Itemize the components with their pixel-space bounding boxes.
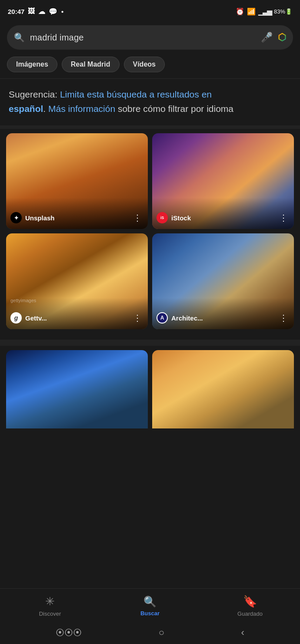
nav-item-discover[interactable]: ✳ Discover	[0, 595, 100, 617]
bottom-nav: ✳ Discover 🔍 Buscar 🔖 Guardado	[0, 588, 300, 621]
photo-icon: 🖼	[28, 7, 35, 15]
tile-overlay-unsplash: ✦ Unsplash ⋮	[6, 198, 148, 229]
lens-icon[interactable]: ⬡	[278, 32, 286, 43]
cloud-icon: ☁	[38, 7, 45, 16]
unsplash-label: Unsplash	[25, 214, 55, 222]
buscar-icon: 🔍	[143, 596, 157, 608]
status-time: 20:47	[8, 8, 24, 15]
discover-label: Discover	[39, 610, 61, 617]
section-divider	[0, 340, 300, 346]
suggestion-link-main[interactable]: Limita esta búsqueda a resultados en	[60, 89, 212, 99]
android-home-button[interactable]: ○	[159, 627, 164, 638]
status-right: ⏰ 📶 ▁▃▅ 83%🔋	[236, 7, 292, 16]
image-tile-istock[interactable]: iS iStock ⋮	[152, 133, 294, 229]
alarm-icon: ⏰	[236, 7, 244, 16]
architec-more-button[interactable]: ⋮	[277, 311, 290, 325]
status-bar: 20:47 🖼 ☁ 💬 ● ⏰ 📶 ▁▃▅ 83%🔋	[0, 0, 300, 21]
guardado-icon: 🔖	[243, 595, 257, 608]
chip-videos[interactable]: Vídeos	[124, 57, 165, 72]
search-icon: 🔍	[14, 32, 25, 43]
architec-badge: A	[157, 312, 168, 324]
android-back-button[interactable]: ‹	[241, 627, 244, 638]
suggestion-link-bold[interactable]: español	[9, 104, 43, 114]
tile-source-getty: g Gettv...	[10, 312, 47, 324]
image-tile-architec[interactable]: A Architec... ⋮	[152, 233, 294, 329]
image-grid-section-2	[0, 350, 300, 428]
tile-source-architec: A Architec...	[157, 312, 203, 324]
image-tile-partial-1[interactable]	[6, 350, 148, 428]
istock-label: iStock	[171, 214, 191, 222]
chip-imagenes[interactable]: Imágenes	[7, 57, 57, 72]
battery-indicator: 83%🔋	[274, 8, 292, 15]
dot-indicator: ●	[61, 9, 63, 14]
nav-item-guardado[interactable]: 🔖 Guardado	[200, 595, 300, 617]
signal-icon: ▁▃▅	[258, 7, 271, 16]
tile-overlay-getty: g Gettv... ⋮	[6, 298, 148, 329]
suggestion-prefix: Sugerencia:	[9, 89, 60, 99]
istock-more-button[interactable]: ⋮	[277, 211, 290, 225]
unsplash-badge: ✦	[10, 212, 22, 223]
search-query[interactable]: madrid image	[30, 33, 256, 43]
getty-label: Gettv...	[25, 314, 47, 322]
discover-icon: ✳	[45, 595, 55, 608]
suggestion-link-more[interactable]: Más información	[48, 104, 115, 114]
mic-icon[interactable]: 🎤	[261, 32, 273, 43]
buscar-label: Buscar	[140, 610, 160, 617]
architec-label: Architec...	[171, 314, 203, 322]
suggestion-suffix: sobre cómo filtrar por idioma	[115, 104, 233, 114]
search-bar[interactable]: 🔍 madrid image 🎤 ⬡	[7, 25, 293, 50]
image-grid-2	[6, 350, 294, 428]
chip-real-madrid[interactable]: Real Madrid	[62, 57, 120, 72]
tile-source-unsplash: ✦ Unsplash	[10, 212, 55, 223]
image-tile-partial-2[interactable]	[152, 350, 294, 428]
whatsapp-icon: 💬	[49, 7, 57, 16]
search-bar-wrapper: 🔍 madrid image 🎤 ⬡	[0, 21, 300, 55]
android-nav: ⦿⦿⦿ ○ ‹	[0, 621, 300, 644]
tile-overlay-architec: A Architec... ⋮	[152, 298, 294, 329]
tile-overlay-istock: iS iStock ⋮	[152, 198, 294, 229]
istock-badge: iS	[157, 212, 168, 223]
status-left: 20:47 🖼 ☁ 💬 ●	[8, 7, 63, 16]
wifi-icon: 📶	[247, 7, 256, 16]
tile-source-istock: iS iStock	[157, 212, 191, 223]
guardado-label: Guardado	[237, 610, 263, 617]
image-tile-getty[interactable]: gettyimages g Gettv... ⋮	[6, 233, 148, 329]
image-grid-section-1: ✦ Unsplash ⋮ iS iStock ⋮ gettyimages	[0, 125, 300, 335]
getty-more-button[interactable]: ⋮	[131, 311, 143, 325]
android-recents-button[interactable]: ⦿⦿⦿	[56, 628, 82, 638]
suggestion-section: Sugerencia: Limita esta búsqueda a resul…	[0, 78, 300, 125]
image-grid: ✦ Unsplash ⋮ iS iStock ⋮ gettyimages	[6, 133, 294, 329]
nav-item-buscar[interactable]: 🔍 Buscar	[100, 596, 200, 617]
getty-badge: g	[10, 312, 22, 324]
unsplash-more-button[interactable]: ⋮	[131, 211, 143, 225]
filter-chips: Imágenes Real Madrid Vídeos	[0, 55, 300, 78]
suggestion-dot: .	[43, 104, 48, 114]
image-tile-unsplash[interactable]: ✦ Unsplash ⋮	[6, 133, 148, 229]
